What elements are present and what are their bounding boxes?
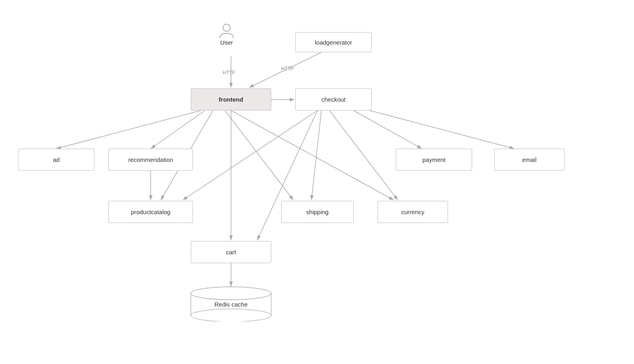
node-loadgenerator: loadgenerator [295,32,372,52]
user-node: User [218,22,235,46]
svg-line-14 [329,110,398,200]
svg-line-15 [354,110,422,149]
node-currency: currency [378,201,448,223]
svg-line-6 [56,110,201,149]
user-label: User [220,39,233,46]
node-frontend: frontend [191,88,271,110]
redis-cylinder-svg: Redis cache [189,285,273,321]
svg-line-7 [151,110,205,149]
svg-text:Redis cache: Redis cache [215,301,248,308]
svg-point-23 [191,309,271,321]
node-email: email [494,149,564,171]
svg-line-16 [370,110,514,149]
svg-text:HTTP: HTTP [223,70,235,76]
node-shipping: shipping [281,201,354,223]
svg-line-9 [225,110,293,200]
svg-line-12 [183,110,317,200]
svg-text:HTTP: HTTP [281,66,294,72]
diagram-container: HTTP HTTP [0,0,634,364]
svg-point-20 [223,24,230,31]
node-payment: payment [396,149,472,171]
node-checkout: checkout [295,88,372,110]
svg-line-10 [231,110,394,200]
node-ad: ad [18,149,94,171]
svg-point-24 [191,287,271,299]
node-redis: Redis cache [189,285,273,321]
node-cart: cart [191,241,271,263]
user-icon [218,22,235,39]
diagram-svg: HTTP HTTP [0,0,634,364]
node-recommendation: recommendation [108,149,193,171]
node-productcatalog: productcatalog [108,201,193,223]
